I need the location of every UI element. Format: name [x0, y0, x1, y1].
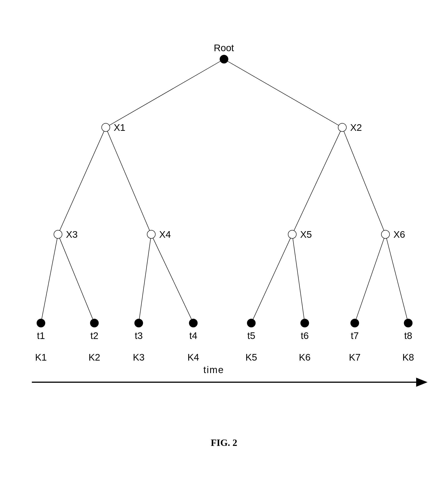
edge-x3-t1	[41, 234, 58, 323]
node-t7	[351, 319, 359, 327]
label-x3: X3	[66, 229, 78, 240]
node-x5	[288, 230, 296, 238]
edge-root-x2	[224, 59, 342, 127]
label-k2: K2	[88, 352, 100, 363]
label-x6: X6	[393, 229, 405, 240]
edge-x4-t3	[139, 234, 151, 323]
label-k1: K1	[35, 352, 47, 363]
label-x2: X2	[350, 122, 362, 133]
node-t4	[189, 319, 197, 327]
label-t8: t8	[404, 330, 412, 341]
label-t4: t4	[189, 330, 197, 341]
edge-x5-t5	[251, 234, 292, 323]
node-x3	[54, 230, 62, 238]
edge-x3-t2	[58, 234, 94, 323]
label-t6: t6	[301, 330, 309, 341]
label-t5: t5	[247, 330, 255, 341]
label-x1: X1	[114, 122, 125, 133]
label-t7: t7	[351, 330, 359, 341]
label-k7: K7	[349, 352, 360, 363]
node-t3	[135, 319, 143, 327]
label-k5: K5	[245, 352, 257, 363]
edge-x2-x6	[342, 127, 385, 234]
label-k8: K8	[402, 352, 414, 363]
time-axis-arrowhead	[416, 378, 428, 387]
node-t6	[301, 319, 309, 327]
node-x1	[102, 123, 110, 132]
edge-x1-x3	[58, 127, 106, 234]
node-x4	[147, 230, 155, 238]
edge-x2-x5	[292, 127, 342, 234]
label-x4: X4	[159, 229, 171, 240]
figure-caption: FIG. 2	[211, 437, 238, 448]
edge-x4-t4	[151, 234, 193, 323]
label-t2: t2	[90, 330, 98, 341]
edge-root-x1	[106, 59, 224, 127]
node-root	[220, 55, 228, 63]
label-x5: X5	[300, 229, 312, 240]
edge-x5-t6	[292, 234, 305, 323]
label-t1: t1	[37, 330, 45, 341]
node-t1	[37, 319, 45, 327]
label-root: Root	[214, 43, 234, 53]
label-k6: K6	[299, 352, 310, 363]
axis-label-time: time	[203, 365, 224, 375]
tree-diagram: Root X1 X2 X3 X4 X5 X6 t1 t2 t3 t4 t5 t6…	[0, 0, 448, 498]
edge-x1-x4	[106, 127, 151, 234]
node-x2	[338, 123, 346, 132]
node-t5	[247, 319, 255, 327]
edge-x6-t8	[385, 234, 408, 323]
node-t2	[90, 319, 98, 327]
label-t3: t3	[135, 330, 143, 341]
node-t8	[404, 319, 412, 327]
node-x6	[381, 230, 390, 238]
label-k3: K3	[133, 352, 144, 363]
label-k4: K4	[187, 352, 199, 363]
edge-x6-t7	[355, 234, 385, 323]
